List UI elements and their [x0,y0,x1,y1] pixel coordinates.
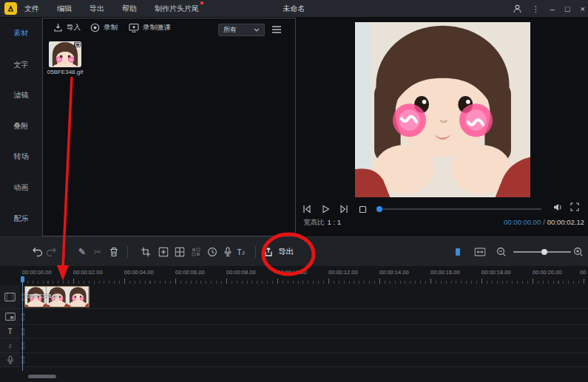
ruler-label: 00:00:20.00 [533,269,562,276]
record-course-button[interactable]: 录制微课 [129,23,171,33]
redo-icon[interactable] [46,247,56,256]
zoom-in-icon[interactable] [574,247,584,256]
export-icon [263,247,274,257]
current-time: 00:00:00.00 [504,218,541,226]
music-track: ♪ [0,338,588,353]
play-icon[interactable] [321,205,330,214]
zoom-slider-handle[interactable] [541,249,547,255]
export-label: 导出 [278,247,294,257]
aspect-ratio: 宽高比1 : 1 [303,218,341,226]
project-title: 未命名 [0,4,588,14]
stop-icon[interactable] [359,205,367,214]
voice-track-icon [0,353,20,366]
close-button[interactable]: × [581,4,585,13]
record-icon [90,23,100,33]
edit-clip-icon[interactable]: ✎ [78,247,86,257]
list-view-icon[interactable] [271,25,282,34]
crop-icon[interactable] [141,247,151,256]
media-item-filename: 05BFE348.gif [43,69,87,75]
timeline-zoom-slider[interactable] [513,251,571,253]
aspect-ratio-label: 宽高比 [303,218,325,226]
track-list: 05BFE348.gif T ♪ [0,285,588,367]
ruler-label: 00:00:12.00 [328,269,358,276]
media-toolbar: 导入 录制 录制微课 所有 [43,23,295,39]
minimize-button[interactable]: – [550,4,555,13]
sidebar-item-transitions[interactable]: 转场 [0,151,42,162]
preview-progress-slider[interactable] [377,208,541,210]
text-to-speech-icon[interactable]: T♪ [237,248,245,256]
progress-handle[interactable] [376,206,382,212]
record-course-label: 录制微课 [143,23,171,33]
pip-track [0,309,588,325]
title-bar: 文件 编辑 导出 帮助 制作片头片尾 未命名 ⋮ – □ × [0,0,588,18]
ruler-label: 00:00:18.00 [481,269,511,276]
previous-frame-icon[interactable] [302,205,311,214]
preview-panel: 宽高比1 : 1 00:00:00.00/00:00:02.12 [296,18,588,236]
timecode: 00:00:00.00/00:00:02.12 [504,218,584,226]
split-clip-icon[interactable]: ✂ [94,247,101,257]
fit-timeline-icon[interactable] [475,248,486,256]
preview-video[interactable] [355,22,530,197]
record-button[interactable]: 录制 [90,23,118,33]
time-separator: / [543,218,545,226]
video-track: 05BFE348.gif [0,285,588,309]
screen-record-icon [129,23,139,33]
sidebar-item-music[interactable]: 配乐 [0,214,42,224]
account-icon[interactable] [513,4,521,13]
window-controls: ⋮ – □ × [513,0,585,18]
fullscreen-icon[interactable] [570,202,579,211]
zoom-out-icon[interactable] [497,247,507,256]
split-screen-icon[interactable] [175,247,185,256]
ruler-label: 00:00:04.00 [124,269,154,276]
toolbar-divider [64,246,65,258]
media-item-thumbnail[interactable] [49,41,81,67]
sidebar-item-media[interactable]: 素材 [0,28,42,38]
ruler-label: 00:00:08.00 [226,269,256,276]
import-icon [53,23,63,33]
timeline-panel: 00:00:00.00 00:00:02.00 00:00:04.00 00:0… [0,266,588,382]
sidebar-item-filters[interactable]: 滤镜 [0,90,42,100]
ruler-label: 00:00:00.00 [22,269,52,276]
mosaic-icon[interactable] [192,248,200,256]
music-track-icon: ♪ [0,338,20,352]
text-track-icon: T [0,325,20,338]
video-track-icon [0,285,20,308]
gif-badge-icon [74,42,81,47]
delete-icon[interactable] [109,247,118,256]
sidebar-item-text[interactable]: 文字 [0,60,42,70]
toolbar-divider [127,246,128,258]
voiceover-mic-icon[interactable] [223,247,232,257]
media-filter-value: 所有 [223,25,237,35]
zoom-region-icon[interactable] [159,247,169,256]
marker-flag-icon[interactable] [456,248,460,256]
record-label: 录制 [104,23,118,33]
chevron-down-icon [254,28,260,32]
voice-track [0,353,588,367]
pip-track-icon [0,309,20,324]
maximize-button[interactable]: □ [565,4,570,13]
media-filter-select[interactable]: 所有 [218,24,265,36]
next-frame-icon[interactable] [339,205,349,214]
playhead-handle[interactable] [21,276,24,282]
edit-toolbar: ✎ ✂ T♪ 导出 [0,236,588,266]
duration-icon[interactable] [208,247,217,256]
ruler-major-ticks[interactable] [22,279,588,284]
export-button[interactable]: 导出 [263,237,294,267]
preview-info-row: 宽高比1 : 1 00:00:00.00/00:00:02.12 [303,218,584,228]
horizontal-scrollbar[interactable] [28,375,56,378]
left-sidebar: 素材 文字 滤镜 叠附 转场 动画 配乐 [0,18,42,236]
import-button[interactable]: 导入 [53,23,81,33]
sidebar-item-overlays[interactable]: 叠附 [0,121,42,132]
ruler-label: 00:00:02.00 [73,269,103,276]
media-library-panel: 导入 录制 录制微课 所有 [42,18,296,236]
toolbar-divider [255,246,256,258]
undo-icon[interactable] [33,247,43,256]
timeline-clip[interactable]: 05BFE348.gif [24,286,89,307]
clip-filename: 05BFE348.gif [27,293,58,299]
volume-icon[interactable] [553,203,563,211]
ruler-label: 00:00:06.00 [175,269,205,276]
ruler-label: 00:00:16.00 [430,269,460,276]
playback-controls [302,202,583,216]
sidebar-item-animation[interactable]: 动画 [0,183,42,193]
more-menu-icon[interactable]: ⋮ [532,4,540,14]
